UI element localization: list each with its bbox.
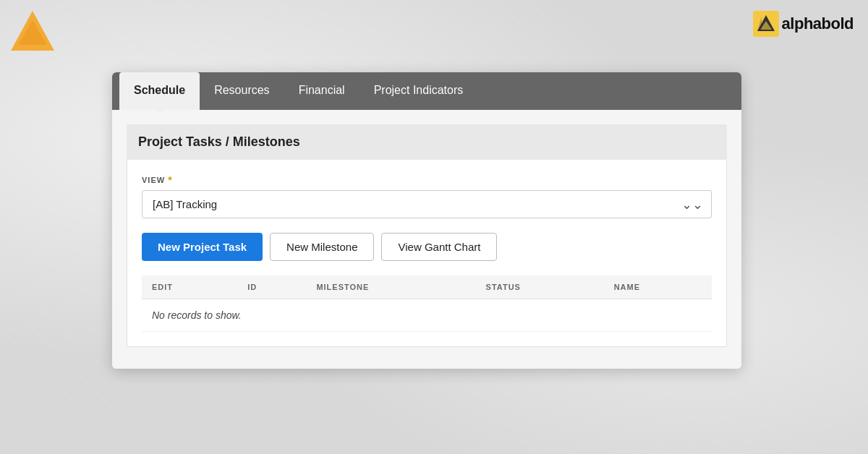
button-row: New Project Task New Milestone View Gant… <box>142 233 712 261</box>
tab-financial[interactable]: Financial <box>284 72 359 110</box>
tab-bar: Schedule Resources Financial Project Ind… <box>112 72 741 110</box>
table-header-row: EDIT ID MILESTONE STATUS NAME <box>142 275 712 299</box>
new-project-task-button[interactable]: New Project Task <box>142 233 263 261</box>
tab-resources[interactable]: Resources <box>200 72 284 110</box>
col-status: STATUS <box>476 275 604 299</box>
view-select[interactable]: [AB] Tracking <box>142 190 712 218</box>
tab-schedule[interactable]: Schedule <box>119 72 200 110</box>
col-id: ID <box>237 275 306 299</box>
logo-text: alphabold <box>782 14 854 33</box>
col-name: NAME <box>604 275 712 299</box>
col-milestone: MILESTONE <box>306 275 475 299</box>
content-area: Project Tasks / Milestones VIEW * [AB] T… <box>112 110 741 369</box>
view-select-wrapper: [AB] Tracking ⌄⌄ <box>142 190 712 218</box>
view-label: VIEW * <box>142 174 712 186</box>
logo-top-left <box>7 7 58 58</box>
view-gantt-chart-button[interactable]: View Gantt Chart <box>381 233 497 261</box>
data-table: EDIT ID MILESTONE STATUS NAME No records… <box>142 275 712 332</box>
required-star: * <box>168 174 172 186</box>
alphabold-logo-icon <box>753 11 779 37</box>
inner-content: VIEW * [AB] Tracking ⌄⌄ New Project Task… <box>127 160 727 347</box>
new-milestone-button[interactable]: New Milestone <box>270 233 374 261</box>
no-records-message: No records to show. <box>142 299 712 332</box>
section-title: Project Tasks / Milestones <box>138 134 715 150</box>
main-card: Schedule Resources Financial Project Ind… <box>112 72 741 369</box>
tab-project-indicators[interactable]: Project Indicators <box>359 72 478 110</box>
col-edit: EDIT <box>142 275 237 299</box>
section-header: Project Tasks / Milestones <box>127 124 727 160</box>
logo-top-right: alphabold <box>753 11 854 37</box>
table-row: No records to show. <box>142 299 712 332</box>
